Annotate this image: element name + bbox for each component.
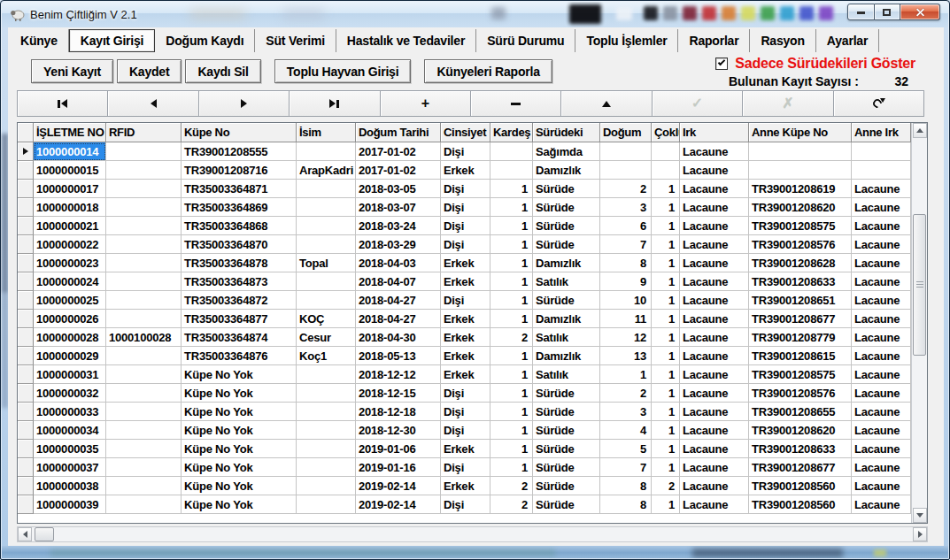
grid-cell-kupe-no[interactable]: Küpe No Yok	[182, 495, 297, 514]
vertical-scroll-thumb[interactable]	[913, 214, 926, 356]
grid-cell-anne-irk[interactable]: Lacaune	[852, 180, 911, 198]
grid-cell-surudeki[interactable]: Sürüde	[533, 217, 600, 235]
grid-cell-anne-irk[interactable]: Lacaune	[852, 310, 911, 328]
tab-sut-verimi[interactable]: Süt Verimi	[255, 29, 336, 52]
grid-cell-cinsiyet[interactable]: Dişi	[441, 495, 490, 514]
grid-cell-isim[interactable]: ArapKadri	[297, 161, 356, 180]
grid-cell-coklu[interactable]: 1	[652, 495, 680, 514]
grid-cell-anne-kupe-no[interactable]: TR39001208560	[749, 495, 852, 514]
row-indicator[interactable]	[18, 217, 34, 235]
grid-cell-dogum[interactable]: 4	[600, 421, 652, 440]
grid-cell-isletme-no[interactable]: 1000000021	[34, 217, 106, 235]
grid-cell-dogum[interactable]: 11	[600, 310, 652, 328]
show-only-herd-checkbox[interactable]	[715, 58, 728, 70]
grid-cell-irk[interactable]: Lacaune	[680, 161, 749, 180]
tab-toplu-islemler[interactable]: Toplu İşlemler	[575, 29, 678, 52]
grid-cell-isim[interactable]	[297, 440, 356, 458]
grid-cell-isim[interactable]	[297, 198, 356, 217]
grid-cell-anne-irk[interactable]: Lacaune	[852, 365, 911, 384]
grid-cell-anne-kupe-no[interactable]: TR39001208575	[749, 217, 852, 235]
row-indicator[interactable]	[18, 310, 34, 328]
tab-hastalik-ve-tedaviler[interactable]: Hastalık ve Tedaviler	[336, 29, 476, 52]
grid-cell-rfid[interactable]	[106, 403, 182, 421]
grid-cell-surudeki[interactable]: Sürüde	[533, 403, 600, 421]
grid-cell-dogum[interactable]: 2	[600, 180, 652, 198]
grid-cell-anne-kupe-no[interactable]: TR39001208620	[749, 198, 852, 217]
grid-cell-kardes[interactable]: 2	[490, 328, 533, 347]
horizontal-scrollbar[interactable]	[17, 526, 928, 542]
grid-cell-anne-irk[interactable]: Lacaune	[852, 495, 911, 514]
grid-cell-coklu[interactable]: 1	[652, 217, 680, 235]
grid-cell-dogum-tarihi[interactable]: 2018-03-07	[356, 198, 441, 217]
grid-cell-anne-irk[interactable]: Lacaune	[852, 384, 911, 403]
scroll-right-button[interactable]	[913, 527, 927, 541]
grid-cell-irk[interactable]: Lacaune	[680, 458, 749, 477]
grid-cell-dogum[interactable]: 1	[600, 365, 652, 384]
grid-cell-cinsiyet[interactable]: Erkek	[441, 254, 490, 272]
grid-cell-kardes[interactable]: 1	[490, 365, 533, 384]
grid-cell-anne-irk[interactable]: Lacaune	[852, 217, 911, 235]
grid-cell-anne-irk[interactable]: Lacaune	[852, 403, 911, 421]
grid-cell-rfid[interactable]	[106, 217, 182, 235]
grid-cell-anne-kupe-no[interactable]: TR39001208620	[749, 421, 852, 440]
grid-cell-dogum-tarihi[interactable]: 2017-01-02	[356, 142, 441, 161]
grid-cell-anne-irk[interactable]: Lacaune	[852, 440, 911, 458]
grid-cell-anne-kupe-no[interactable]: TR39001208677	[749, 458, 852, 477]
grid-cell-isletme-no[interactable]: 1000000038	[34, 477, 106, 495]
insert-record-button[interactable]: +	[380, 90, 471, 117]
grid-cell-kupe-no[interactable]: TR35003364873	[182, 272, 297, 291]
grid-cell-anne-irk[interactable]: Lacaune	[852, 458, 911, 477]
grid-cell-isletme-no[interactable]: 1000000014	[34, 142, 106, 161]
grid-cell-anne-irk[interactable]: Lacaune	[852, 328, 911, 347]
row-indicator[interactable]	[18, 384, 34, 403]
grid-cell-anne-kupe-no[interactable]: TR39001208655	[749, 403, 852, 421]
grid-cell-cinsiyet[interactable]: Dişi	[441, 421, 490, 440]
scroll-down-button[interactable]	[913, 508, 927, 523]
maximize-button[interactable]	[875, 4, 900, 20]
grid-cell-kardes[interactable]: 1	[490, 384, 533, 403]
grid-cell-surudeki[interactable]: Sürüde	[533, 180, 600, 198]
grid-cell-rfid[interactable]	[106, 272, 182, 291]
grid-cell-isletme-no[interactable]: 1000000026	[34, 310, 106, 328]
grid-cell-dogum[interactable]: 12	[600, 328, 652, 347]
grid-cell-coklu[interactable]: 1	[652, 403, 680, 421]
grid-cell-isim[interactable]: Koç1	[297, 347, 356, 365]
tab-kunye[interactable]: Künye	[10, 29, 69, 52]
scroll-left-button[interactable]	[18, 527, 32, 541]
grid-cell-irk[interactable]: Lacaune	[680, 310, 749, 328]
grid-cell-kardes[interactable]: 1	[490, 198, 533, 217]
grid-cell-kardes[interactable]: 1	[490, 254, 533, 272]
grid-cell-dogum-tarihi[interactable]: 2018-04-07	[356, 272, 441, 291]
grid-cell-cinsiyet[interactable]: Dişi	[441, 458, 490, 477]
grid-cell-kupe-no[interactable]: TR39001208716	[182, 161, 297, 180]
kaydet-button[interactable]: Kaydet	[117, 59, 182, 83]
grid-cell-kupe-no[interactable]: Küpe No Yok	[182, 403, 297, 421]
grid-cell-kardes[interactable]: 2	[490, 477, 533, 495]
grid-cell-rfid[interactable]	[106, 458, 182, 477]
row-indicator[interactable]	[18, 495, 34, 514]
grid-cell-anne-kupe-no[interactable]: TR39001208560	[749, 477, 852, 495]
grid-cell-cinsiyet[interactable]: Dişi	[441, 384, 490, 403]
grid-cell-kupe-no[interactable]: TR39001208555	[182, 142, 297, 161]
grid-cell-irk[interactable]: Lacaune	[680, 272, 749, 291]
grid-cell-anne-irk[interactable]	[852, 161, 911, 180]
grid-cell-kardes[interactable]: 1	[490, 235, 533, 254]
grid-cell-anne-kupe-no[interactable]: TR39001208779	[749, 328, 852, 347]
grid-cell-surudeki[interactable]: Sağımda	[533, 142, 600, 161]
grid-cell-kupe-no[interactable]: Küpe No Yok	[182, 477, 297, 495]
row-indicator[interactable]	[18, 328, 34, 347]
grid-cell-isletme-no[interactable]: 1000000028	[34, 328, 106, 347]
grid-cell-anne-kupe-no[interactable]: TR39001208628	[749, 254, 852, 272]
grid-cell-cinsiyet[interactable]: Dişi	[441, 403, 490, 421]
grid-cell-kupe-no[interactable]: Küpe No Yok	[182, 421, 297, 440]
grid-cell-dogum-tarihi[interactable]: 2019-02-14	[356, 477, 441, 495]
grid-cell-isletme-no[interactable]: 1000000029	[34, 347, 106, 365]
grid-cell-kupe-no[interactable]: Küpe No Yok	[182, 440, 297, 458]
grid-cell-irk[interactable]: Lacaune	[680, 235, 749, 254]
grid-cell-irk[interactable]: Lacaune	[680, 477, 749, 495]
grid-cell-dogum[interactable]: 3	[600, 403, 652, 421]
grid-cell-dogum-tarihi[interactable]: 2017-01-02	[356, 161, 441, 180]
grid-cell-isim[interactable]	[297, 180, 356, 198]
grid-cell-rfid[interactable]: 1000100028	[106, 328, 182, 347]
grid-cell-dogum[interactable]: 8	[600, 254, 652, 272]
